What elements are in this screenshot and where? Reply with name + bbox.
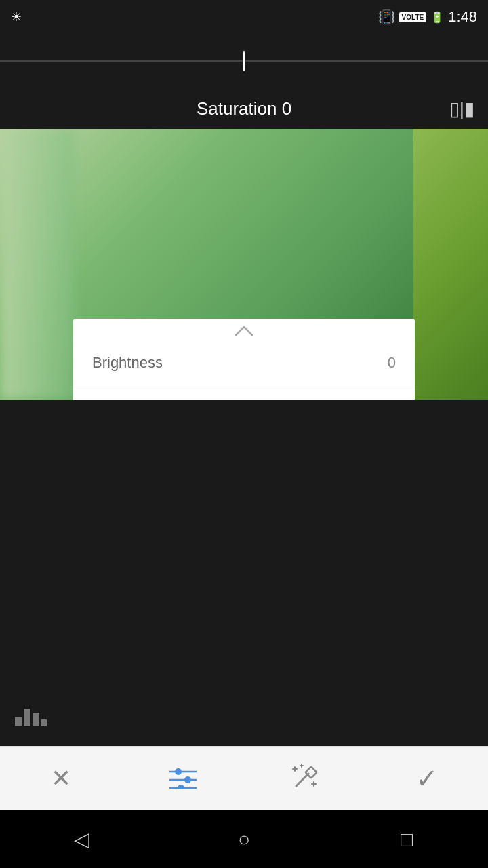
brightness-icon: ☀ (11, 9, 22, 24)
svg-rect-0 (15, 717, 22, 726)
svg-rect-3 (41, 719, 47, 726)
cancel-button[interactable]: ✕ (34, 751, 88, 806)
panel-chevron-up[interactable] (73, 319, 415, 339)
brightness-value: 0 (388, 354, 396, 372)
svg-rect-1 (24, 709, 30, 726)
nav-bar: ◁ ○ □ (0, 810, 488, 868)
recents-button[interactable]: □ (380, 819, 434, 860)
image-area: Brightness 0 Contrast 0 Saturation 0 Amb… (0, 129, 488, 400)
status-right: 📳 VOLTE 🔋 1:48 (378, 8, 477, 26)
bottom-action-bar: ✕ ✓ (0, 746, 488, 810)
top-slider-area[interactable] (0, 34, 488, 88)
brightness-label: Brightness (92, 354, 163, 372)
magic-button[interactable] (278, 751, 332, 806)
adjust-button[interactable] (156, 751, 210, 806)
back-icon: ◁ (74, 827, 89, 851)
histogram-icon[interactable] (14, 709, 47, 732)
recents-icon: □ (401, 828, 413, 851)
back-button[interactable]: ◁ (54, 819, 108, 860)
contrast-row[interactable]: Contrast 0 (73, 387, 415, 400)
adjust-icon (167, 765, 199, 792)
svg-line-10 (296, 774, 308, 786)
home-icon: ○ (238, 828, 250, 851)
status-time: 1:48 (448, 8, 477, 26)
checkmark-icon: ✓ (415, 763, 439, 794)
settings-panel: Brightness 0 Contrast 0 Saturation 0 Amb… (73, 319, 415, 400)
confirm-button[interactable]: ✓ (400, 751, 454, 806)
svg-point-9 (178, 785, 184, 789)
magic-wand-icon (291, 763, 319, 794)
home-button[interactable]: ○ (217, 819, 271, 860)
brightness-row[interactable]: Brightness 0 (73, 339, 415, 387)
header-label-area: Saturation 0 ▯|▮ (0, 88, 488, 129)
status-left: ☀ (11, 9, 22, 24)
svg-point-7 (184, 776, 191, 783)
compare-icon[interactable]: ▯|▮ (449, 98, 474, 120)
battery-icon: 🔋 (430, 11, 444, 24)
cancel-icon: ✕ (51, 764, 71, 793)
svg-point-5 (175, 768, 182, 775)
slider-track[interactable] (0, 60, 488, 62)
volte-badge: VOLTE (399, 12, 427, 22)
image-left-section (0, 129, 75, 400)
image-right-section (413, 129, 488, 400)
vibrate-icon: 📳 (378, 9, 395, 25)
status-bar: ☀ 📳 VOLTE 🔋 1:48 (0, 0, 488, 34)
saturation-label: Saturation 0 (197, 98, 291, 119)
slider-handle[interactable] (243, 51, 245, 71)
histogram-area[interactable] (14, 702, 47, 732)
svg-rect-2 (33, 713, 39, 726)
